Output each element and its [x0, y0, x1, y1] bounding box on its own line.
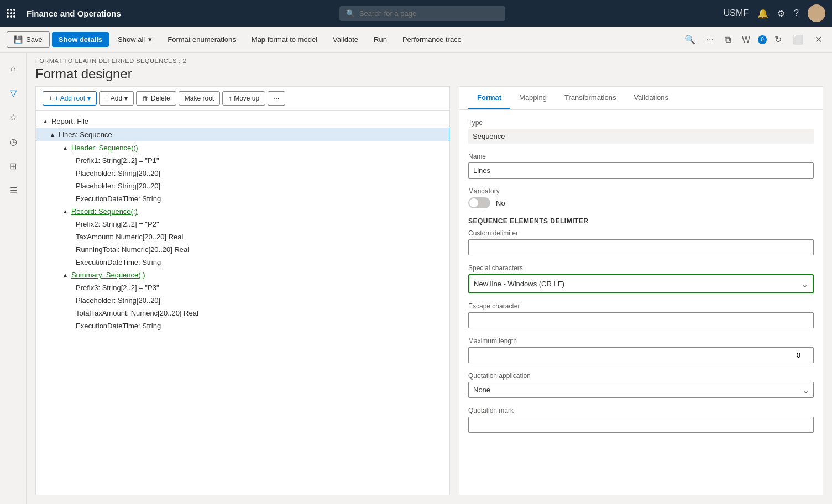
run-button[interactable]: Run: [367, 32, 394, 47]
tab-format[interactable]: Format: [468, 87, 510, 109]
tree-node-header[interactable]: ▲ Header: Sequence(;): [36, 141, 449, 154]
tree-node-summary[interactable]: ▲ Summary: Sequence(;): [36, 269, 449, 281]
mandatory-field-group: Mandatory No: [468, 187, 814, 208]
app-launcher-icon[interactable]: [7, 9, 15, 18]
tree-node-prefix3[interactable]: Prefix3: String[2..2] = "P3": [36, 281, 449, 294]
tree-node-exec1[interactable]: ExecutionDateTime: String: [36, 192, 449, 205]
tree-node-exec2[interactable]: ExecutionDateTime: String: [36, 256, 449, 269]
escape-char-label: Escape character: [468, 302, 814, 310]
type-field-group: Type Sequence: [468, 119, 814, 144]
tab-mapping[interactable]: Mapping: [510, 87, 556, 109]
quotation-app-label: Quotation application: [468, 372, 814, 380]
plus-icon: +: [49, 95, 53, 102]
tree-node-taxamount[interactable]: TaxAmount: Numeric[20..20] Real: [36, 230, 449, 243]
refresh-icon[interactable]: ↻: [771, 31, 785, 48]
escape-char-input[interactable]: [468, 312, 814, 328]
search-box[interactable]: 🔍: [339, 6, 505, 21]
tree-node-record[interactable]: ▲ Record: Sequence(;): [36, 205, 449, 218]
tree-node-label: Summary: Sequence(;): [71, 271, 145, 279]
up-arrow-icon: ↑: [228, 95, 232, 102]
escape-char-group: Escape character: [468, 302, 814, 328]
tree-content: ▲ Report: File ▲ Lines: Sequence ▲ Heade…: [36, 111, 449, 495]
help-icon[interactable]: ?: [794, 8, 799, 18]
tree-node-exec3[interactable]: ExecutionDateTime: String: [36, 319, 449, 332]
tree-node-totaltax[interactable]: TotalTaxAmount: Numeric[20..20] Real: [36, 307, 449, 319]
make-root-button[interactable]: Make root: [179, 91, 220, 106]
performance-trace-button[interactable]: Performance trace: [396, 32, 468, 47]
tree-node-prefix2[interactable]: Prefix2: String[2..2] = "P2": [36, 218, 449, 230]
max-length-group: Maximum length: [468, 337, 814, 363]
name-field-group: Name: [468, 153, 814, 179]
top-navigation: Finance and Operations 🔍 USMF 🔔 ⚙ ?: [0, 0, 832, 27]
tree-node-label: Prefix3: String[2..2] = "P3": [76, 284, 159, 292]
sidebar-star-icon[interactable]: ☆: [2, 106, 24, 128]
save-icon: 💾: [14, 35, 23, 44]
sidebar-clock-icon[interactable]: ◷: [2, 130, 24, 153]
tree-node-runningtotal[interactable]: RunningTotal: Numeric[20..20] Real: [36, 243, 449, 256]
show-all-button[interactable]: Show all ▾: [111, 32, 159, 47]
tree-node-report[interactable]: ▲ Report: File: [36, 115, 449, 128]
tree-node-placeholder3[interactable]: Placeholder: String[20..20]: [36, 294, 449, 307]
extension-icon[interactable]: ⧉: [721, 32, 734, 48]
quotation-app-select[interactable]: None: [468, 382, 814, 398]
add-root-button[interactable]: + + Add root ▾: [43, 91, 97, 106]
sidebar-grid-icon[interactable]: ⊞: [2, 155, 24, 177]
special-chars-label: Special characters: [468, 264, 814, 272]
split-layout: + + Add root ▾ + Add ▾ 🗑 Delete Make roo…: [27, 86, 832, 504]
properties-panel: Format Mapping Transformations Validatio…: [459, 86, 823, 495]
tree-panel: + + Add root ▾ + Add ▾ 🗑 Delete Make roo…: [35, 86, 450, 495]
sidebar-filter-icon[interactable]: ▽: [2, 82, 24, 104]
tab-validations[interactable]: Validations: [625, 87, 677, 109]
tree-node-prefix1[interactable]: Prefix1: String[2..2] = "P1": [36, 154, 449, 167]
mandatory-toggle[interactable]: [468, 197, 490, 208]
caret-icon: ▲: [62, 145, 68, 151]
search-toolbar-icon[interactable]: 🔍: [681, 31, 699, 48]
map-format-button[interactable]: Map format to model: [245, 32, 324, 47]
show-details-button[interactable]: Show details: [52, 32, 109, 47]
name-input[interactable]: [468, 162, 814, 179]
tab-transformations[interactable]: Transformations: [556, 87, 625, 109]
settings-icon[interactable]: ⚙: [777, 8, 785, 19]
bell-icon[interactable]: 🔔: [757, 8, 768, 19]
sidebar-home-icon[interactable]: ⌂: [2, 57, 24, 80]
close-icon[interactable]: ✕: [812, 31, 825, 48]
props-content: Type Sequence Name Mandatory No: [459, 110, 823, 495]
tree-node-label: ExecutionDateTime: String: [76, 258, 161, 266]
mandatory-label: Mandatory: [468, 187, 814, 195]
delete-button[interactable]: 🗑 Delete: [136, 91, 176, 106]
tree-node-placeholder1[interactable]: Placeholder: String[20..20]: [36, 167, 449, 180]
top-nav-right: USMF 🔔 ⚙ ?: [724, 4, 825, 22]
open-icon[interactable]: ⬜: [789, 31, 807, 48]
format-enumerations-button[interactable]: Format enumerations: [161, 32, 243, 47]
search-input[interactable]: [359, 9, 499, 18]
add-button[interactable]: + Add ▾: [99, 91, 134, 106]
left-sidebar: ⌂ ▽ ☆ ◷ ⊞ ☰: [0, 53, 27, 504]
more-options-icon[interactable]: ···: [703, 32, 717, 48]
office-icon[interactable]: W: [739, 32, 753, 48]
quotation-mark-input[interactable]: [468, 417, 814, 433]
tree-more-button[interactable]: ···: [268, 91, 285, 106]
tree-node-lines[interactable]: ▲ Lines: Sequence: [36, 128, 449, 141]
sidebar-list-icon[interactable]: ☰: [2, 179, 24, 201]
type-value: Sequence: [468, 129, 814, 144]
tree-node-label: Placeholder: String[20..20]: [76, 296, 160, 305]
avatar[interactable]: [808, 4, 825, 22]
validate-button[interactable]: Validate: [326, 32, 365, 47]
move-up-button[interactable]: ↑ Move up: [222, 91, 265, 106]
tree-node-label: TotalTaxAmount: Numeric[20..20] Real: [76, 309, 198, 317]
special-chars-select[interactable]: New line - Windows (CR LF) New line - Un…: [472, 277, 810, 290]
custom-delimiter-group: Custom delimiter: [468, 229, 814, 255]
tree-node-label: ExecutionDateTime: String: [76, 322, 161, 330]
toolbar-right: 🔍 ··· ⧉ W 0 ↻ ⬜ ✕: [681, 31, 825, 48]
trash-icon: 🗑: [142, 95, 149, 102]
quotation-mark-group: Quotation mark: [468, 407, 814, 433]
tree-node-label: ExecutionDateTime: String: [76, 195, 161, 203]
app-title: Finance and Operations: [27, 9, 121, 18]
user-label: USMF: [724, 8, 749, 18]
tree-node-label: Prefix1: String[2..2] = "P1": [76, 156, 159, 165]
custom-delimiter-input[interactable]: [468, 239, 814, 255]
tree-node-placeholder2[interactable]: Placeholder: String[20..20]: [36, 180, 449, 192]
max-length-input[interactable]: [468, 347, 814, 363]
save-button[interactable]: 💾 Save: [7, 32, 50, 48]
tree-node-label: RunningTotal: Numeric[20..20] Real: [76, 245, 189, 254]
